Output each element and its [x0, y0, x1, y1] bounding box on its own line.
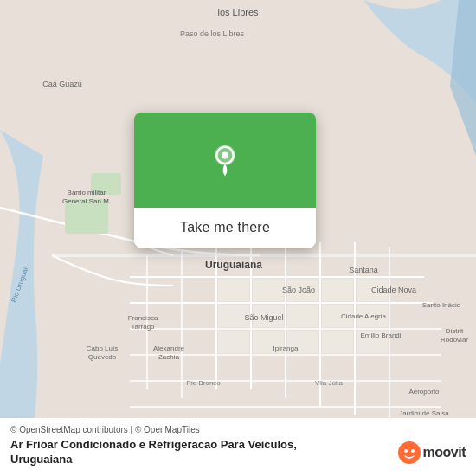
svg-point-62 — [222, 151, 228, 158]
map-container: los Libres Paso de los Libres Caá Guazú … — [0, 0, 476, 476]
place-name: Ar Frioar Condicionado e Refrigeracao Pa… — [10, 438, 297, 451]
svg-text:Zachia: Zachia — [158, 353, 180, 361]
svg-rect-19 — [253, 279, 284, 301]
svg-text:Distrit: Distrit — [446, 327, 464, 335]
svg-text:Tarragó: Tarragó — [131, 323, 155, 331]
place-subtitle: Uruguaiana — [10, 453, 73, 466]
svg-text:Cabo Luís: Cabo Luís — [87, 344, 118, 352]
card-map-section — [134, 113, 316, 208]
place-title: Ar Frioar Condicionado e Refrigeracao Pa… — [10, 438, 390, 467]
svg-rect-18 — [218, 279, 249, 301]
svg-text:Ipiranga: Ipiranga — [273, 344, 299, 352]
svg-rect-28 — [218, 331, 249, 353]
svg-text:Francisca: Francisca — [128, 314, 158, 322]
svg-text:Caá Guazú: Caá Guazú — [42, 80, 82, 88]
place-title-row: Ar Frioar Condicionado e Refrigeracao Pa… — [10, 438, 466, 467]
svg-text:Cidade Alegria: Cidade Alegria — [341, 312, 387, 320]
svg-rect-24 — [287, 305, 318, 327]
svg-text:Emilio Brandi: Emilio Brandi — [360, 331, 401, 339]
svg-text:Rio Branco: Rio Branco — [186, 379, 221, 387]
moovit-brand-text: moovit — [423, 445, 466, 460]
svg-text:Uruguaiana: Uruguaiana — [205, 259, 262, 271]
svg-text:los Libres: los Libres — [217, 7, 259, 17]
svg-text:Vila Júlia: Vila Júlia — [315, 379, 343, 387]
moovit-logo: moovit — [397, 441, 466, 465]
svg-text:Alexandre: Alexandre — [153, 344, 185, 352]
take-me-there-button[interactable]: Take me there — [134, 208, 316, 248]
svg-point-64 — [404, 449, 408, 453]
svg-text:Jardim de Salsa: Jardim de Salsa — [399, 409, 449, 417]
svg-point-63 — [398, 441, 421, 464]
svg-text:Barrio militar: Barrio militar — [68, 189, 106, 196]
svg-text:São João: São João — [282, 286, 315, 294]
card-overlay: Take me there — [134, 113, 316, 248]
svg-rect-31 — [322, 331, 353, 353]
moovit-icon — [397, 441, 421, 465]
map-attribution: © OpenStreetMap contributors | © OpenMap… — [10, 425, 466, 434]
svg-text:General San M.: General San M. — [62, 197, 111, 205]
svg-text:Rodoviár: Rodoviár — [441, 336, 468, 344]
svg-text:Santana: Santana — [349, 266, 378, 274]
svg-text:Santo Inácio: Santo Inácio — [422, 301, 461, 309]
svg-text:São Miguel: São Miguel — [244, 313, 283, 322]
svg-text:Aeroporto: Aeroporto — [408, 388, 440, 396]
svg-text:Paso de los Libres: Paso de los Libres — [180, 29, 245, 38]
bottom-info-bar: © OpenStreetMap contributors | © OpenMap… — [0, 418, 476, 476]
svg-rect-23 — [322, 279, 353, 301]
location-pin-icon — [208, 143, 242, 177]
svg-text:Quevedo: Quevedo — [88, 353, 117, 361]
svg-point-65 — [411, 449, 415, 453]
svg-text:Cidade Nova: Cidade Nova — [371, 286, 416, 294]
